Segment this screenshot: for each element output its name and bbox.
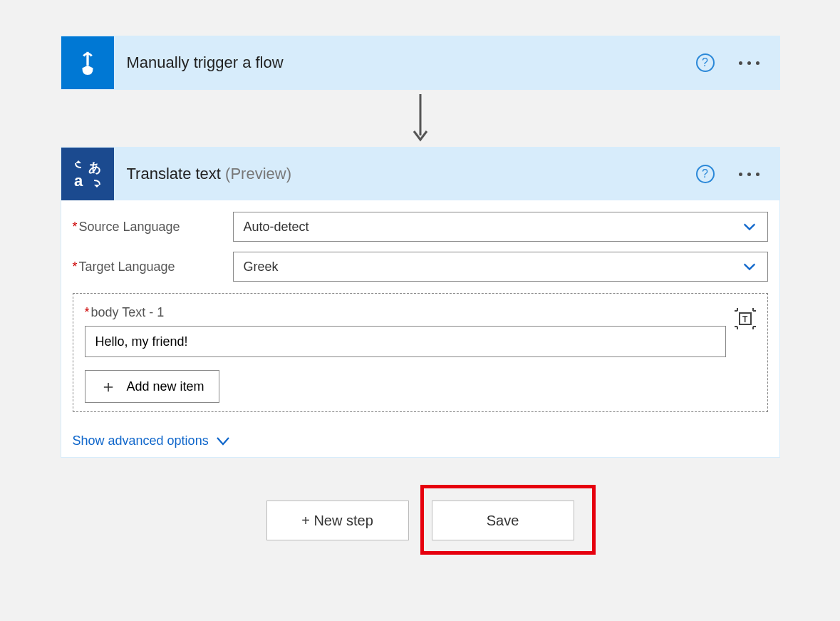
help-icon[interactable]: ? [696, 53, 715, 72]
svg-text:a: a [74, 172, 83, 190]
help-icon[interactable]: ? [696, 165, 715, 183]
chevron-down-icon [742, 259, 757, 274]
body-text-label: *body Text - 1 [85, 305, 726, 320]
chevron-down-icon [742, 219, 757, 235]
plus-icon: ＋ [100, 378, 117, 395]
trigger-icon [61, 36, 114, 89]
source-language-row: *Source Language Auto-detect [73, 212, 768, 242]
trigger-title: Manually trigger a flow [114, 53, 696, 72]
footer-buttons: + New step Save [266, 501, 574, 540]
svg-text:T: T [742, 314, 748, 324]
target-language-select[interactable]: Greek [233, 252, 768, 282]
arrow-down-icon [412, 94, 429, 143]
body-section: *body Text - 1 Hello, my friend! T ＋ Add… [73, 293, 768, 412]
chevron-down-icon [216, 436, 230, 446]
translate-icon: あ a [61, 148, 114, 200]
action-header[interactable]: あ a Translate text (Preview) ? [61, 148, 779, 200]
target-language-label: *Target Language [73, 260, 233, 274]
action-card: あ a Translate text (Preview) ? *Source L… [61, 147, 780, 458]
show-advanced-options[interactable]: Show advanced options [73, 433, 230, 448]
new-step-button[interactable]: + New step [266, 501, 409, 540]
more-icon[interactable] [735, 168, 764, 180]
target-language-row: *Target Language Greek [73, 252, 768, 282]
svg-text:あ: あ [88, 160, 101, 175]
save-button[interactable]: Save [432, 501, 574, 540]
source-language-label: *Source Language [73, 220, 233, 235]
body-text-input[interactable]: Hello, my friend! [85, 326, 726, 357]
source-language-select[interactable]: Auto-detect [233, 212, 768, 242]
add-new-item-button[interactable]: ＋ Add new item [85, 370, 219, 403]
format-icon[interactable]: T [735, 308, 756, 329]
action-title: Translate text (Preview) [114, 165, 696, 183]
trigger-card[interactable]: Manually trigger a flow ? [61, 36, 780, 90]
more-icon[interactable] [735, 57, 764, 69]
